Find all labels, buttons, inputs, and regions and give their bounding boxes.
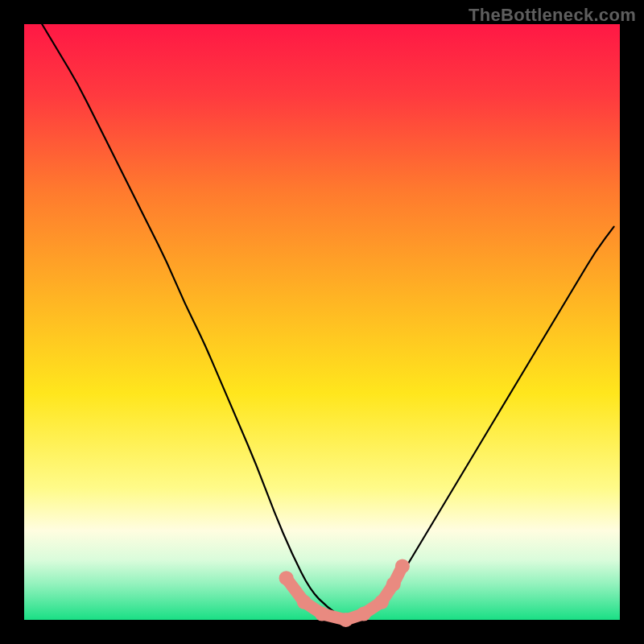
- highlight-marker: [386, 577, 401, 592]
- watermark-text: TheBottleneck.com: [469, 5, 636, 26]
- highlight-marker: [279, 571, 294, 585]
- plot-background: [24, 24, 620, 620]
- highlight-marker: [297, 595, 312, 609]
- highlight-marker: [395, 559, 410, 573]
- highlight-marker: [374, 595, 389, 609]
- outer-frame: TheBottleneck.com: [0, 0, 644, 644]
- highlight-marker: [357, 607, 371, 621]
- bottleneck-chart: [0, 0, 644, 644]
- highlight-marker: [339, 613, 353, 627]
- highlight-marker: [315, 607, 329, 621]
